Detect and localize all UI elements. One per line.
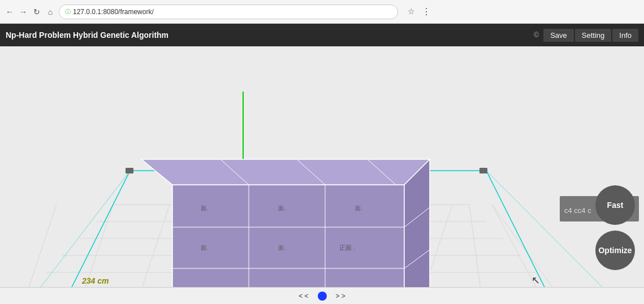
svg-marker-28: [172, 185, 404, 287]
svg-text:面.: 面.: [201, 245, 208, 251]
svg-line-15: [492, 205, 537, 287]
svg-line-6: [28, 205, 57, 287]
refresh-button[interactable]: ↻: [32, 7, 42, 17]
svg-line-21: [0, 171, 130, 287]
optimize-button[interactable]: Optimize: [595, 231, 635, 270]
svg-text:↖: ↖: [531, 275, 540, 286]
browser-chrome: ← → ↻ ⌂ ⓘ 127.0.0.1:8080/framework/ ☆ ⋮: [0, 0, 644, 24]
svg-marker-29: [141, 159, 430, 185]
svg-text:c4 cc4 c: c4 cc4 c: [564, 206, 591, 215]
action-buttons: Fast Optimize: [595, 185, 635, 270]
svg-rect-27: [479, 168, 487, 173]
app-title: Np-Hard Problem Hybrid Genetic Algorithm: [6, 31, 534, 40]
svg-line-8: [141, 205, 170, 287]
browser-right-icons: ☆ ⋮: [406, 6, 432, 18]
svg-text:面.: 面.: [278, 205, 286, 211]
app-toolbar: Np-Hard Problem Hybrid Genetic Algorithm…: [0, 24, 644, 46]
info-button[interactable]: Info: [612, 29, 638, 42]
3d-viewport[interactable]: 面. 面. 面. 面. 面. 正面 . 面. 面. 面. c4 cc4 c 59…: [0, 46, 644, 287]
forward-button[interactable]: →: [18, 7, 28, 17]
star-button[interactable]: ☆: [406, 6, 416, 16]
svg-line-18: [62, 171, 130, 287]
toolbar-buttons: Save Setting Info: [543, 29, 638, 42]
svg-line-14: [469, 205, 481, 287]
svg-text:正面 .: 正面 .: [339, 244, 355, 251]
prev-button[interactable]: < <: [299, 292, 308, 300]
fast-button[interactable]: Fast: [595, 185, 635, 225]
browser-menu-button[interactable]: ⋮: [421, 6, 432, 18]
setting-button[interactable]: Setting: [575, 29, 611, 42]
svg-text:面.: 面.: [355, 205, 362, 211]
address-bar[interactable]: ⓘ 127.0.0.1:8080/framework/: [59, 5, 398, 19]
svg-text:面.: 面.: [201, 205, 208, 211]
home-button[interactable]: ⌂: [45, 7, 55, 17]
svg-text:234 cm: 234 cm: [81, 276, 109, 285]
next-button[interactable]: > >: [336, 292, 345, 300]
svg-line-16: [492, 205, 554, 287]
save-button[interactable]: Save: [543, 29, 574, 42]
svg-text:面.: 面.: [278, 245, 286, 251]
url-text: 127.0.0.1:8080/framework/: [73, 8, 154, 16]
back-button[interactable]: ←: [5, 7, 15, 17]
nav-indicator: [318, 292, 327, 301]
svg-line-7: [85, 205, 113, 287]
svg-rect-25: [126, 168, 133, 173]
lock-icon: ⓘ: [65, 8, 71, 16]
bottom-navigation: < < > >: [0, 287, 644, 304]
copyright-symbol: ©: [534, 31, 539, 39]
